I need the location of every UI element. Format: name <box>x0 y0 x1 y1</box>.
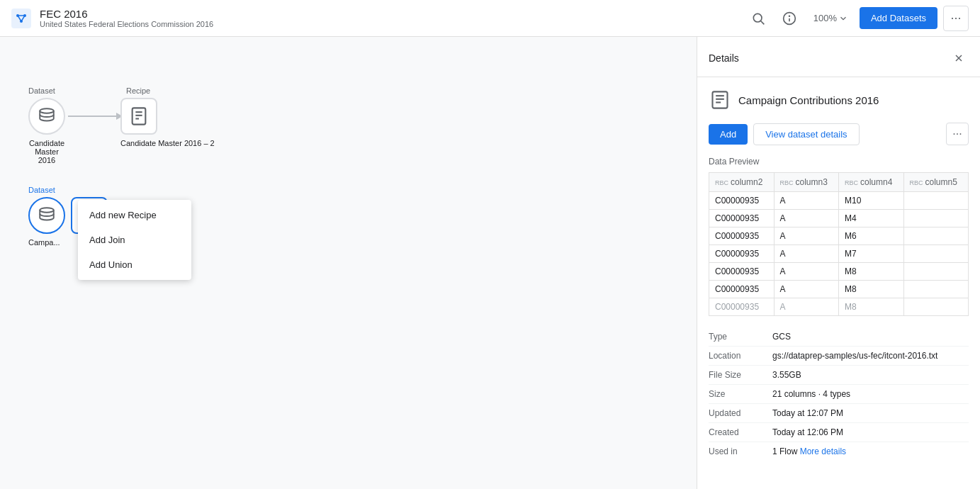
table-row: C00000935AM8 <box>709 298 969 316</box>
table-cell: A <box>774 263 839 281</box>
data-preview-table: RBCcolumn2 RBCcolumn3 RBCcolumn4 RBCcolu… <box>709 172 969 316</box>
zoom-value: 100% <box>813 13 837 23</box>
table-row: C00000935AM6 <box>709 227 969 245</box>
meta-val-updated: Today at 12:07 PM <box>772 408 843 418</box>
recipe-node-1b[interactable] <box>120 98 157 135</box>
meta-val-filesize: 3.55GB <box>772 370 801 380</box>
svg-rect-29 <box>713 91 728 108</box>
dataset-detail-icon <box>709 89 731 111</box>
table-cell: M8 <box>839 281 904 298</box>
app-subtitle: United States Federal Elections Commissi… <box>40 20 213 28</box>
metadata-filesize: File Size 3.55GB <box>709 366 969 385</box>
header-more-button[interactable]: ··· <box>943 6 969 31</box>
context-menu-item-add-recipe[interactable]: Add new Recipe <box>78 203 191 227</box>
table-cell: M7 <box>839 245 904 263</box>
dataset-node-1[interactable] <box>28 98 65 135</box>
table-cell: C00000935 <box>709 298 775 316</box>
table-cell <box>903 281 969 298</box>
details-more-icon: ··· <box>952 128 962 140</box>
dataset-top-label-1: Dataset <box>28 86 65 95</box>
meta-key-size: Size <box>709 389 772 399</box>
context-menu-item-add-union[interactable]: Add Union <box>78 252 191 277</box>
table-cell <box>903 210 969 227</box>
metadata-size: Size 21 columns · 4 types <box>709 385 969 404</box>
table-cell: M8 <box>839 298 904 316</box>
table-cell: A <box>774 192 839 210</box>
table-row: C00000935AM10 <box>709 192 969 210</box>
chevron-down-icon <box>838 13 848 23</box>
app-title: FEC 2016 <box>40 8 213 20</box>
metadata-usedin: Used in 1 Flow More details <box>709 442 969 461</box>
header-right: 100% Add Datasets ··· <box>745 6 969 31</box>
metadata-location: Location gs://dataprep-samples/us-fec/it… <box>709 347 969 366</box>
app-logo-icon <box>11 9 31 28</box>
details-close-button[interactable] <box>949 48 969 68</box>
file-lines-icon <box>710 90 730 110</box>
add-datasets-button[interactable]: Add Datasets <box>860 7 937 29</box>
meta-key-type: Type <box>709 332 772 342</box>
search-button[interactable] <box>745 6 771 31</box>
more-details-link[interactable]: More details <box>800 446 846 456</box>
svg-rect-0 <box>11 9 31 28</box>
table-cell: A <box>774 210 839 227</box>
table-cell: C00000935 <box>709 192 775 210</box>
zoom-control[interactable]: 100% <box>808 10 854 26</box>
dataset-node-2[interactable] <box>28 197 65 234</box>
table-cell: C00000935 <box>709 263 775 281</box>
recipe-top-label-1: Recipe <box>126 86 163 95</box>
table-row: C00000935AM8 <box>709 263 969 281</box>
table-cell: M4 <box>839 210 904 227</box>
metadata-section: Type GCS Location gs://dataprep-samples/… <box>709 327 969 461</box>
details-more-button[interactable]: ··· <box>946 123 969 145</box>
info-icon <box>782 11 796 26</box>
table-row: C00000935AM8 <box>709 281 969 298</box>
table-cell <box>903 245 969 263</box>
table-cell: C00000935 <box>709 210 775 227</box>
table-cell <box>903 227 969 245</box>
details-actions: Add View dataset details ··· <box>709 123 969 145</box>
close-icon <box>953 52 964 64</box>
table-cell: A <box>774 245 839 263</box>
info-button[interactable] <box>777 6 802 31</box>
app-header: FEC 2016 United States Federal Elections… <box>0 0 980 37</box>
table-header-col3: RBCcolumn3 <box>774 173 839 192</box>
view-dataset-button[interactable]: View dataset details <box>753 123 859 145</box>
table-cell <box>903 263 969 281</box>
meta-key-updated: Updated <box>709 408 772 418</box>
table-row: C00000935AM4 <box>709 210 969 227</box>
meta-val-location: gs://dataprep-samples/us-fec/itcont-2016… <box>772 351 937 361</box>
svg-rect-18 <box>133 108 146 124</box>
details-panel: Details Campaign Cont <box>697 37 980 489</box>
meta-key-created: Created <box>709 427 772 437</box>
svg-point-7 <box>753 13 762 22</box>
svg-point-22 <box>40 208 54 213</box>
table-cell: M6 <box>839 227 904 245</box>
add-button[interactable]: Add <box>709 124 748 145</box>
table-cell <box>903 192 969 210</box>
search-icon <box>751 11 765 26</box>
meta-val-size: 21 columns · 4 types <box>772 389 850 399</box>
recipe-bottom-name-1: Candidate Master 2016 – 2 <box>120 139 220 147</box>
table-cell: C00000935 <box>709 245 775 263</box>
main-layout: Dataset <box>0 37 980 489</box>
metadata-updated: Updated Today at 12:07 PM <box>709 404 969 423</box>
data-preview-label: Data Preview <box>709 157 969 167</box>
flow-row1-container: Dataset Recipe <box>28 86 220 164</box>
dataset-top-label-2: Dataset <box>28 186 65 194</box>
table-cell: A <box>774 227 839 245</box>
meta-val-created: Today at 12:06 PM <box>772 427 843 437</box>
details-title: Details <box>709 52 739 64</box>
svg-line-8 <box>760 21 764 24</box>
context-menu-item-add-join[interactable]: Add Join <box>78 227 191 252</box>
header-left: FEC 2016 United States Federal Elections… <box>11 8 213 28</box>
table-cell: C00000935 <box>709 281 775 298</box>
details-header: Details <box>697 37 980 77</box>
context-menu: Add new Recipe Add Join Add Union <box>78 200 191 280</box>
table-header-col5: RBCcolumn5 <box>903 173 969 192</box>
database-icon-1 <box>38 107 56 125</box>
table-cell: C00000935 <box>709 227 775 245</box>
details-content: Campaign Contributions 2016 Add View dat… <box>697 77 980 489</box>
dataset-header: Campaign Contributions 2016 <box>709 89 969 111</box>
table-header-col2: RBCcolumn2 <box>709 173 775 192</box>
flow-canvas[interactable]: Dataset <box>0 37 697 489</box>
